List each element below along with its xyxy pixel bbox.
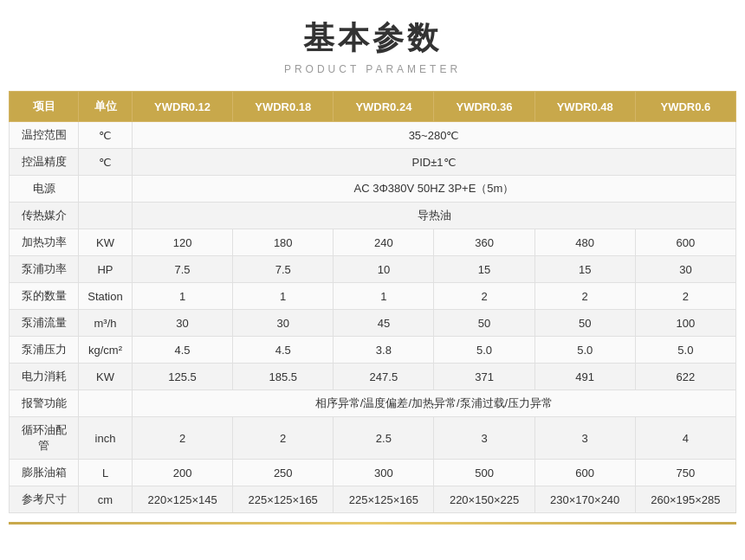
row-value-3: 5.0 — [434, 337, 534, 364]
col-header-5: YWDR0.36 — [434, 92, 534, 122]
row-label: 传热媒介 — [10, 203, 79, 229]
row-value-1: 185.5 — [233, 364, 334, 390]
row-value-2: 2.5 — [334, 417, 434, 460]
col-header-1: 单位 — [79, 92, 133, 122]
row-value-0: 125.5 — [133, 364, 233, 390]
row-label: 加热功率 — [10, 229, 79, 256]
row-span-value: 相序异常/温度偏差/加热异常/泵浦过载/压力异常 — [133, 390, 736, 417]
row-unit: inch — [79, 417, 133, 460]
row-value-0: 2 — [133, 417, 233, 460]
row-value-4: 480 — [534, 229, 635, 256]
row-value-5: 750 — [635, 460, 735, 486]
row-value-0: 200 — [133, 460, 233, 486]
col-header-0: 项目 — [10, 92, 79, 122]
col-header-4: YWDR0.24 — [334, 92, 434, 122]
row-value-0: 30 — [133, 310, 233, 337]
row-unit: m³/h — [79, 310, 133, 337]
row-value-1: 30 — [233, 310, 334, 337]
table-body: 温控范围℃35~280℃控温精度℃PID±1℃电源AC 3Φ380V 50HZ … — [10, 122, 736, 513]
row-span-value: AC 3Φ380V 50HZ 3P+E（5m） — [133, 176, 736, 203]
row-value-4: 3 — [534, 417, 635, 460]
row-value-1: 225×125×165 — [233, 486, 334, 513]
row-value-3: 50 — [434, 310, 534, 337]
row-value-3: 2 — [434, 283, 534, 310]
row-value-5: 600 — [635, 229, 735, 256]
col-header-2: YWDR0.12 — [133, 92, 233, 122]
row-value-1: 2 — [233, 417, 334, 460]
row-value-5: 30 — [635, 256, 735, 283]
row-span-value: 导热油 — [133, 203, 736, 229]
row-value-2: 300 — [334, 460, 434, 486]
row-value-2: 240 — [334, 229, 434, 256]
row-value-5: 100 — [635, 310, 735, 337]
row-value-1: 4.5 — [233, 337, 334, 364]
row-value-3: 220×150×225 — [434, 486, 534, 513]
row-value-4: 491 — [534, 364, 635, 390]
table-row: 报警功能相序异常/温度偏差/加热异常/泵浦过载/压力异常 — [10, 390, 736, 417]
row-value-4: 5.0 — [534, 337, 635, 364]
table-row: 温控范围℃35~280℃ — [10, 122, 736, 149]
table-row: 电力消耗KW125.5185.5247.5371491622 — [10, 364, 736, 390]
row-value-3: 371 — [434, 364, 534, 390]
main-title: 基本参数 — [284, 17, 461, 60]
row-value-0: 7.5 — [133, 256, 233, 283]
row-unit: L — [79, 460, 133, 486]
row-value-3: 15 — [434, 256, 534, 283]
row-value-5: 2 — [635, 283, 735, 310]
row-label: 泵浦流量 — [10, 310, 79, 337]
row-value-0: 4.5 — [133, 337, 233, 364]
row-label: 泵浦压力 — [10, 337, 79, 364]
row-value-4: 50 — [534, 310, 635, 337]
row-label: 温控范围 — [10, 122, 79, 149]
parameter-table: 项目单位YWDR0.12YWDR0.18YWDR0.24YWDR0.36YWDR… — [9, 91, 736, 513]
row-value-2: 10 — [334, 256, 434, 283]
table-row: 泵浦压力kg/cm²4.54.53.85.05.05.0 — [10, 337, 736, 364]
row-label: 泵浦功率 — [10, 256, 79, 283]
row-span-value: PID±1℃ — [133, 149, 736, 176]
row-value-3: 360 — [434, 229, 534, 256]
table-row: 加热功率KW120180240360480600 — [10, 229, 736, 256]
row-unit: ℃ — [79, 149, 133, 176]
row-label: 控温精度 — [10, 149, 79, 176]
table-row: 电源AC 3Φ380V 50HZ 3P+E（5m） — [10, 176, 736, 203]
row-unit — [79, 390, 133, 417]
row-unit: kg/cm² — [79, 337, 133, 364]
row-value-2: 225×125×165 — [334, 486, 434, 513]
table-header-row: 项目单位YWDR0.12YWDR0.18YWDR0.24YWDR0.36YWDR… — [10, 92, 736, 122]
row-value-2: 247.5 — [334, 364, 434, 390]
bottom-line — [9, 522, 736, 525]
row-value-1: 250 — [233, 460, 334, 486]
row-value-1: 180 — [233, 229, 334, 256]
row-value-2: 45 — [334, 310, 434, 337]
row-label: 参考尺寸 — [10, 486, 79, 513]
col-header-7: YWDR0.6 — [635, 92, 735, 122]
row-unit: KW — [79, 229, 133, 256]
row-span-value: 35~280℃ — [133, 122, 736, 149]
row-label: 电源 — [10, 176, 79, 203]
row-value-0: 120 — [133, 229, 233, 256]
row-value-3: 3 — [434, 417, 534, 460]
table-row: 泵浦功率HP7.57.510151530 — [10, 256, 736, 283]
row-value-4: 600 — [534, 460, 635, 486]
row-value-1: 1 — [233, 283, 334, 310]
table-row: 循环油配管inch222.5334 — [10, 417, 736, 460]
table-row: 传热媒介导热油 — [10, 203, 736, 229]
col-header-3: YWDR0.18 — [233, 92, 334, 122]
row-value-4: 230×170×240 — [534, 486, 635, 513]
row-unit: Station — [79, 283, 133, 310]
row-unit: ℃ — [79, 122, 133, 149]
row-value-2: 1 — [334, 283, 434, 310]
row-label: 循环油配管 — [10, 417, 79, 460]
sub-title: PRODUCT PARAMETER — [284, 63, 461, 75]
table-row: 参考尺寸cm220×125×145225×125×165225×125×1652… — [10, 486, 736, 513]
table-row: 泵的数量Station111222 — [10, 283, 736, 310]
row-value-5: 260×195×285 — [635, 486, 735, 513]
row-unit: KW — [79, 364, 133, 390]
row-value-2: 3.8 — [334, 337, 434, 364]
row-unit — [79, 203, 133, 229]
row-unit: cm — [79, 486, 133, 513]
col-header-6: YWDR0.48 — [534, 92, 635, 122]
row-label: 报警功能 — [10, 390, 79, 417]
table-row: 泵浦流量m³/h3030455050100 — [10, 310, 736, 337]
row-label: 泵的数量 — [10, 283, 79, 310]
